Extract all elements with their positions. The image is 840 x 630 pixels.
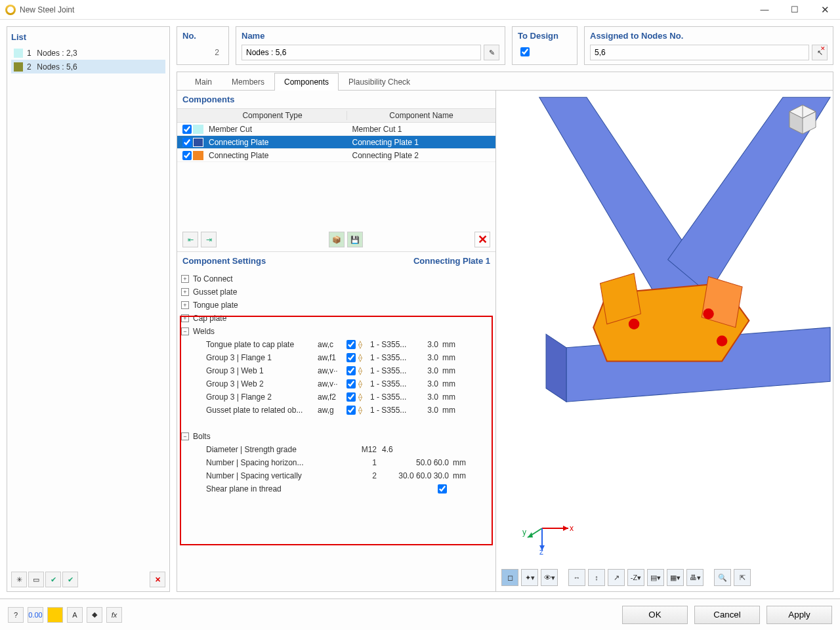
delete-component-icon[interactable]: ✕ [474,232,490,247]
list-header: List [11,31,165,43]
detach-icon[interactable]: ⇱ [734,569,751,586]
layers-icon[interactable]: ▤▾ [647,569,664,586]
svg-point-8 [703,308,713,319]
swatch-icon [193,125,203,134]
pick-node-icon[interactable]: ↖✕ [812,45,828,60]
print-icon[interactable]: 🖶▾ [686,569,704,586]
svg-point-7 [629,318,639,329]
move-x-icon[interactable]: ↔ [568,569,585,586]
edit-name-icon[interactable]: ✎ [484,45,499,60]
component-row[interactable]: Connecting Plate Connecting Plate 1 [177,136,495,149]
export-icon[interactable]: ⇥ [201,232,217,247]
save-icon[interactable]: 💾 [347,232,363,247]
axis-tool-icon[interactable]: ✦▾ [521,569,538,586]
minimize-button[interactable]: — [749,0,780,20]
move-y-icon[interactable]: ↕ [588,569,605,586]
assigned-field: Assigned to Nodes No. ↖✕ [584,26,833,65]
list-item[interactable]: 1 Nodes : 2,3 [11,46,165,60]
window-title: New Steel Joint [20,5,749,14]
titlebar: New Steel Joint — ☐ ✕ [0,0,840,20]
app-icon [5,5,16,15]
view-tool-icon[interactable]: ◻ [501,569,518,586]
tab-plausibility[interactable]: Plausibility Check [339,73,420,91]
delete-icon[interactable]: ✕ [150,572,165,587]
tab-components[interactable]: Components [274,73,339,91]
new-icon[interactable]: ✳ [11,572,27,587]
svg-marker-3 [546,334,566,402]
settings-context: Connecting Plate 1 [413,256,490,266]
tabbar: Main Members Components Plausibility Che… [177,72,833,91]
uncheck-all-icon[interactable]: ✔ [62,572,78,587]
settings-header: Component Settings [182,256,266,266]
highlight-box [180,316,493,545]
components-header: Components [182,94,234,104]
check-all-icon[interactable]: ✔ [45,572,61,587]
name-field: Name ✎ [236,26,505,65]
col-name: Component Name [347,111,495,120]
component-row[interactable]: Connecting Plate Connecting Plate 2 [177,149,495,162]
swatch-icon [193,138,203,147]
swatch-icon [14,49,23,58]
col-type: Component Type [198,111,347,120]
svg-text:x: x [570,524,574,533]
preview-3d[interactable]: x y z ◻ ✦▾ 👁▾ ↔ ↕ ↗ -Z▾ ▤▾ ▦▾ 🖶▾ [496,91,833,591]
no-field: No. [177,26,229,65]
list-item[interactable]: 2 Nodes : 5,6 [11,60,165,74]
library-icon[interactable]: 📦 [329,232,345,247]
layout-icon[interactable]: ▭ [28,572,44,587]
no-input [182,45,223,60]
svg-point-9 [717,335,727,346]
component-row[interactable]: Member Cut Member Cut 1 [177,123,495,136]
axis-gizmo-icon: x y z [522,515,575,555]
todesign-field: To Design [512,26,578,65]
assigned-input[interactable] [590,45,809,60]
swatch-icon [14,62,23,72]
orientation-cube-icon[interactable] [782,100,824,139]
svg-text:z: z [539,547,543,555]
box-icon[interactable]: ▦▾ [667,569,684,586]
tab-main[interactable]: Main [185,73,222,91]
settings-tree[interactable]: +To Connect +Gusset plate +Tongue plate … [177,270,495,591]
svg-marker-16 [563,526,568,531]
import-icon[interactable]: ⇤ [182,232,198,247]
todesign-checkbox[interactable] [520,47,530,56]
reset-zoom-icon[interactable]: 🔍 [714,569,731,586]
move-z-icon[interactable]: ↗ [608,569,625,586]
name-input[interactable] [242,45,481,60]
list-panel: List 1 Nodes : 2,3 2 Nodes : 5,6 ✳ ▭ ✔ ✔… [7,26,170,592]
eye-tool-icon[interactable]: 👁▾ [541,569,558,586]
swatch-icon [193,151,203,160]
svg-marker-18 [528,532,533,537]
svg-text:y: y [522,528,526,537]
close-button[interactable]: ✕ [810,0,840,20]
neg-z-icon[interactable]: -Z▾ [627,569,644,586]
tab-members[interactable]: Members [222,73,274,91]
maximize-button[interactable]: ☐ [780,0,810,20]
